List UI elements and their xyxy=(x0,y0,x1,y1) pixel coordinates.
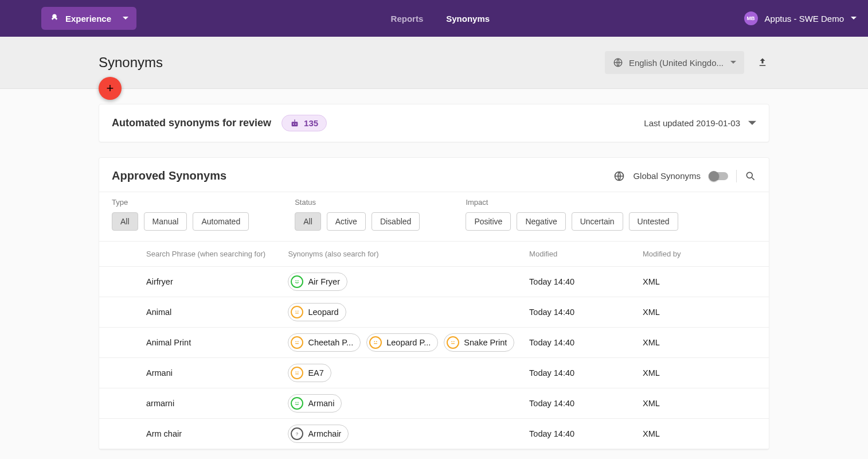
chevron-down-icon xyxy=(851,15,857,21)
svg-rect-1 xyxy=(292,122,298,126)
account-label: Apptus - SWE Demo xyxy=(765,14,844,24)
synonym-chip[interactable]: Armani xyxy=(288,394,342,413)
svg-point-3 xyxy=(295,123,296,125)
language-selector[interactable]: English (United Kingdo... xyxy=(605,51,744,74)
table-row[interactable]: Animal Print Cheetah P...Leopard P...Sna… xyxy=(99,328,769,358)
cell-synonyms: Leopard xyxy=(288,303,529,321)
impact-neu-icon xyxy=(291,336,303,349)
filter-status-active[interactable]: Active xyxy=(327,212,366,231)
top-nav: Reports Synonyms xyxy=(136,14,744,24)
svg-point-9 xyxy=(296,310,297,312)
impact-pos-icon xyxy=(291,275,303,288)
top-bar: Experience Reports Synonyms MB Apptus - … xyxy=(0,0,868,37)
filter-type-manual[interactable]: Manual xyxy=(144,212,187,231)
svg-point-24 xyxy=(296,402,297,403)
synonym-chip[interactable]: Snake Print xyxy=(444,333,514,352)
cell-by: XML xyxy=(643,429,756,438)
page-title: Synonyms xyxy=(99,55,163,71)
cell-by: XML xyxy=(643,277,756,286)
svg-point-15 xyxy=(374,341,376,342)
filter-status-disabled[interactable]: Disabled xyxy=(372,212,420,231)
filter-impact-positive[interactable]: Positive xyxy=(466,212,511,231)
synonym-chip[interactable]: Air Fryer xyxy=(288,273,347,291)
nav-synonyms[interactable]: Synonyms xyxy=(446,14,490,24)
language-label: English (United Kingdo... xyxy=(629,58,724,68)
review-updated: Last updated 2019-01-03 xyxy=(644,118,740,128)
cell-synonyms: Armani xyxy=(288,394,529,413)
table-row[interactable]: Animal Leopard Today 14:40 XML xyxy=(99,297,769,328)
avatar: MB xyxy=(744,11,758,25)
cell-phrase: armarni xyxy=(146,399,288,408)
upload-button[interactable] xyxy=(756,56,769,69)
col-phrase: Search Phrase (when searching for) xyxy=(146,250,288,258)
svg-text:?: ? xyxy=(296,432,298,436)
filter-type-all[interactable]: All xyxy=(112,212,138,231)
svg-point-12 xyxy=(296,341,297,342)
impact-neu-icon xyxy=(447,336,459,349)
filter-bar: Type All Manual Automated Status All Act… xyxy=(99,192,769,242)
plus-icon: + xyxy=(107,81,114,96)
filter-type-label: Type xyxy=(112,198,249,207)
cell-by: XML xyxy=(643,308,756,317)
impact-pos-icon xyxy=(291,397,303,410)
global-synonyms-toggle[interactable] xyxy=(709,172,728,180)
chevron-down-icon xyxy=(123,15,128,21)
cell-phrase: Animal Print xyxy=(146,338,288,347)
approved-title: Approved Synonyms xyxy=(112,169,226,182)
filter-impact-uncertain[interactable]: Uncertain xyxy=(572,212,623,231)
synonym-chip[interactable]: Cheetah P... xyxy=(288,333,361,352)
cell-synonyms: ?Armchair xyxy=(288,425,529,443)
synonym-chip[interactable]: ?Armchair xyxy=(288,425,349,443)
chip-label: Air Fryer xyxy=(308,277,340,286)
search-icon[interactable] xyxy=(745,170,756,182)
filter-status: Status All Active Disabled xyxy=(295,198,420,231)
chip-label: Leopard P... xyxy=(386,338,431,347)
table-body: Airfryer Air Fryer Today 14:40 XML Anima… xyxy=(99,267,769,449)
chevron-down-icon xyxy=(730,60,736,65)
filter-impact-untested[interactable]: Untested xyxy=(629,212,678,231)
filter-status-all[interactable]: All xyxy=(295,212,321,231)
cell-modified: Today 14:40 xyxy=(529,338,643,347)
synonym-chip[interactable]: Leopard P... xyxy=(366,333,438,352)
chip-label: Armchair xyxy=(308,429,341,438)
nav-reports[interactable]: Reports xyxy=(391,14,424,24)
svg-point-6 xyxy=(746,172,752,178)
table-row[interactable]: Armani EA7 Today 14:40 XML xyxy=(99,358,769,388)
user-menu[interactable]: MB Apptus - SWE Demo xyxy=(744,11,857,25)
cell-modified: Today 14:40 xyxy=(529,308,643,317)
cell-modified: Today 14:40 xyxy=(529,368,643,378)
globe-icon xyxy=(613,170,625,182)
table-row[interactable]: Airfryer Air Fryer Today 14:40 XML xyxy=(99,267,769,297)
chevron-down-icon xyxy=(748,119,756,127)
cell-by: XML xyxy=(643,338,756,347)
cell-phrase: Armani xyxy=(146,368,288,378)
svg-point-21 xyxy=(296,371,297,372)
cell-phrase: Animal xyxy=(146,308,288,317)
impact-neu-icon xyxy=(369,336,382,349)
cell-modified: Today 14:40 xyxy=(529,429,643,438)
svg-point-10 xyxy=(298,310,299,312)
synonym-chip[interactable]: Leopard xyxy=(288,303,346,321)
cell-by: XML xyxy=(643,368,756,378)
cell-by: XML xyxy=(643,399,756,408)
page-header: Synonyms English (United Kingdo... + xyxy=(0,37,868,89)
cell-synonyms: EA7 xyxy=(288,364,529,382)
experience-menu-button[interactable]: Experience xyxy=(41,7,136,30)
add-synonym-fab[interactable]: + xyxy=(99,77,122,100)
filter-impact-negative[interactable]: Negative xyxy=(517,212,565,231)
table-row[interactable]: armarni Armani Today 14:40 XML xyxy=(99,388,769,419)
filter-type-automated[interactable]: Automated xyxy=(193,212,249,231)
review-card[interactable]: Automated synonyms for review 135 Last u… xyxy=(99,104,769,142)
table-header: Search Phrase (when searching for) Synon… xyxy=(99,242,769,267)
chip-label: Armani xyxy=(308,399,334,408)
table-row[interactable]: Arm chair ?Armchair Today 14:40 XML xyxy=(99,419,769,449)
divider xyxy=(736,170,737,182)
cell-synonyms: Air Fryer xyxy=(288,273,529,291)
synonym-chip[interactable]: EA7 xyxy=(288,364,331,382)
svg-point-16 xyxy=(376,341,377,342)
filter-impact-label: Impact xyxy=(466,198,678,207)
cell-phrase: Airfryer xyxy=(146,277,288,286)
impact-neu-icon xyxy=(291,367,303,379)
chip-label: Cheetah P... xyxy=(308,338,353,347)
review-count-pill: 135 xyxy=(281,115,327,131)
